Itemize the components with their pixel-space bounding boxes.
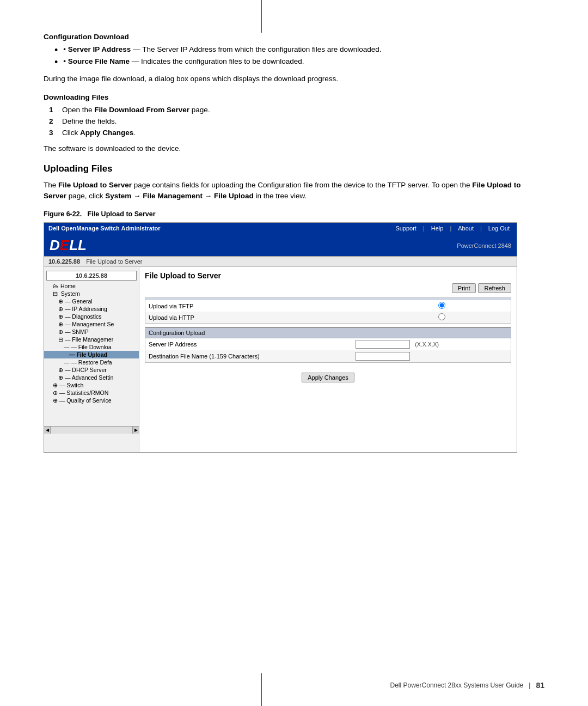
step-2: 2 Define the fields. (49, 117, 544, 125)
refresh-button[interactable]: Refresh (478, 283, 511, 293)
config-upload-section: Configuration Upload Server IP Address (… (145, 327, 511, 363)
dell-topbar-links[interactable]: Support | Help | About | Log Out (393, 224, 512, 232)
bullet-item-source-file: • Source File Name — Indicates the confi… (54, 57, 544, 67)
sidebar-item-ip-addressing[interactable]: ⊕ — IP Addressing (44, 305, 139, 313)
sidebar-item-diagnostics[interactable]: ⊕ — Diagnostics (44, 313, 139, 320)
downloading-para: The software is downloaded to the device… (44, 143, 544, 154)
sidebar-item-file-upload[interactable]: — File Upload (44, 351, 139, 358)
dell-topbar-title: Dell OpenManage Switch Administrator (48, 225, 161, 232)
print-button[interactable]: Print (452, 283, 476, 293)
downloading-files-heading: Downloading Files (44, 93, 544, 101)
server-ip-input[interactable] (356, 340, 410, 349)
apply-row: Apply Changes (145, 368, 511, 382)
scrollbar-track[interactable] (51, 427, 132, 434)
sidebar-item-switch[interactable]: ⊕ — Switch (44, 381, 139, 389)
upload-method-section: Upload via TFTP Upload via HTTP (145, 297, 511, 324)
sidebar-item-statistics[interactable]: ⊕ — Statistics/RMON (44, 389, 139, 397)
topbar-support[interactable]: Support (393, 224, 419, 232)
sidebar-ip[interactable]: 10.6.225.88 (46, 271, 137, 281)
uploading-files-title: Uploading Files (44, 163, 544, 174)
file-upload-bold-1: File Upload to Server (58, 181, 132, 189)
topbar-about[interactable]: About (455, 224, 476, 232)
upload-http-radio[interactable] (438, 313, 445, 320)
upload-tftp-radio[interactable] (438, 302, 445, 309)
dell-toolbar: Print Refresh (145, 283, 511, 293)
bullet-bold-server-ip: Server IP Address (68, 45, 131, 53)
upload-tftp-row: Upload via TFTP (145, 300, 511, 312)
figure-label: Figure 6-22. File Upload to Server (44, 210, 544, 218)
uploading-files-para: The File Upload to Server page contains … (44, 180, 544, 202)
upload-http-label: Upload via HTTP (145, 312, 435, 323)
powerconnect-label: PowerConnect 2848 (457, 242, 511, 249)
sidebar-item-qos[interactable]: ⊕ — Quality of Service (44, 397, 139, 404)
server-ip-row: Server IP Address (X.X.X.X) (145, 338, 511, 350)
upload-tftp-label: Upload via TFTP (145, 300, 435, 312)
scroll-left-btn[interactable]: ◀ (44, 427, 51, 434)
sidebar-item-management-se[interactable]: ⊕ — Management Se (44, 320, 139, 328)
server-ip-hint: (X.X.X.X) (415, 341, 439, 348)
topbar-help[interactable]: Help (428, 224, 446, 232)
config-upload-header: Configuration Upload (145, 327, 511, 338)
dest-filename-input[interactable] (356, 352, 410, 361)
scroll-right-btn[interactable]: ▶ (132, 427, 139, 434)
breadcrumb-text: File Upload to Server (86, 258, 142, 265)
sidebar-item-snmp[interactable]: ⊕ — SNMP (44, 328, 139, 336)
bullet-item-server-ip: • Server IP Address — The Server IP Addr… (54, 45, 544, 55)
sidebar-item-home[interactable]: 🗁 Home (44, 282, 139, 290)
dell-content-area: File Upload to Server Print Refresh Uplo… (139, 267, 517, 452)
config-download-list: • Server IP Address — The Server IP Addr… (54, 45, 544, 67)
sidebar-item-advanced-settings[interactable]: ⊕ — Advanced Settin (44, 374, 139, 381)
downloading-steps: 1 Open the File Download From Server pag… (49, 106, 544, 137)
sidebar-item-dhcp-server[interactable]: ⊕ — DHCP Server (44, 366, 139, 374)
sidebar-item-file-manager[interactable]: ⊟ — File Managemer (44, 336, 139, 343)
config-upload-table: Server IP Address (X.X.X.X) Destination … (145, 338, 511, 362)
dell-breadcrumb: 10.6.225.88 File Upload to Server (44, 256, 517, 267)
page-footer: Dell PowerConnect 28xx Systems User Guid… (390, 681, 544, 690)
dell-logo: DELL (50, 237, 87, 254)
footer-text: Dell PowerConnect 28xx Systems User Guid… (390, 681, 524, 689)
dest-filename-row: Destination File Name (1-159 Characters) (145, 350, 511, 362)
topbar-logout[interactable]: Log Out (486, 224, 512, 232)
server-ip-label: Server IP Address (145, 338, 352, 350)
dell-sidebar[interactable]: 10.6.225.88 🗁 Home ⊟ System ⊕ — General … (44, 267, 139, 452)
config-download-heading: Configuration Download (44, 33, 544, 41)
dell-logobar: DELL PowerConnect 2848 (44, 234, 517, 256)
dell-topbar: Dell OpenManage Switch Administrator Sup… (44, 223, 517, 234)
sidebar-item-file-download[interactable]: — — File Downloa (44, 343, 139, 351)
dest-filename-label: Destination File Name (1-159 Characters) (145, 350, 352, 362)
apply-changes-button[interactable]: Apply Changes (302, 373, 354, 382)
dell-page-title: File Upload to Server (145, 271, 511, 280)
sidebar-item-restore-default[interactable]: — — Restore Defa (44, 358, 139, 366)
upload-method-table: Upload via TFTP Upload via HTTP (145, 300, 511, 323)
footer-separator: | (529, 681, 530, 689)
upload-http-row: Upload via HTTP (145, 312, 511, 323)
page-number: 81 (536, 681, 544, 690)
sidebar-item-system[interactable]: ⊟ System (44, 290, 139, 297)
config-download-para: During the image file download, a dialog… (44, 74, 544, 84)
dell-ui-screenshot: Dell OpenManage Switch Administrator Sup… (44, 222, 517, 453)
step-1: 1 Open the File Download From Server pag… (49, 106, 544, 114)
bullet-bold-source-file: Source File Name (68, 57, 130, 65)
system-nav-bold: System → File Management → File Upload (105, 192, 253, 200)
sidebar-item-general[interactable]: ⊕ — General (44, 297, 139, 305)
dell-main-area: 10.6.225.88 🗁 Home ⊟ System ⊕ — General … (44, 267, 517, 452)
step-3: 3 Click Apply Changes. (49, 129, 544, 137)
